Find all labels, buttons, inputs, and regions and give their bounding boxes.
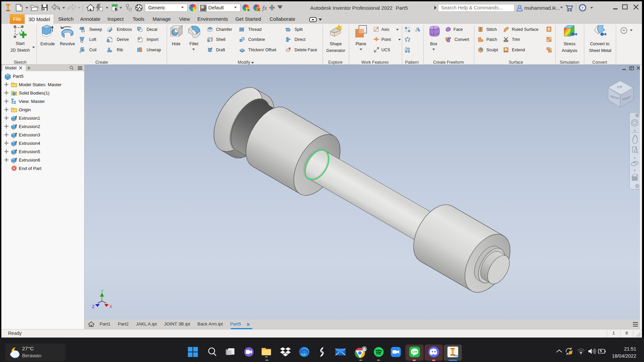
- svg-text:PRO: PRO: [454, 355, 459, 357]
- svg-text:Y: Y: [101, 289, 104, 294]
- svg-text:Z: Z: [92, 304, 95, 309]
- svg-text:LINE: LINE: [412, 351, 418, 353]
- svg-text:X: X: [109, 304, 112, 309]
- svg-text:fx: fx: [262, 4, 267, 11]
- svg-text:?: ?: [581, 5, 584, 10]
